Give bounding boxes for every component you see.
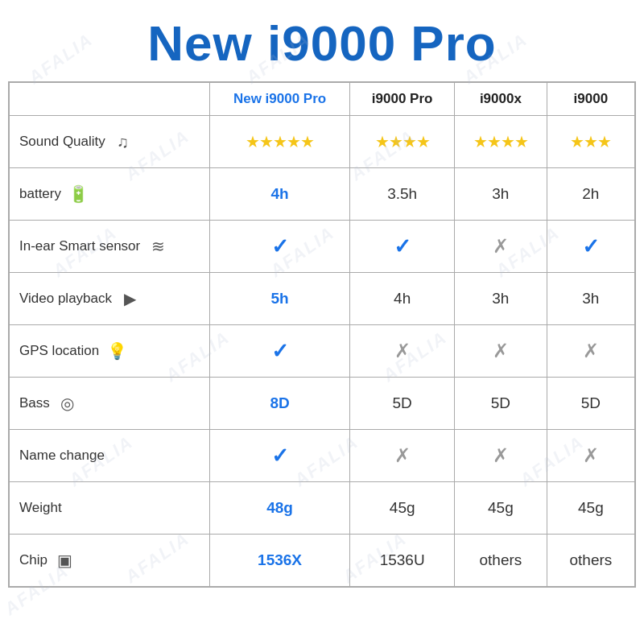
cell-8-col1: 1536X — [209, 535, 350, 588]
header-feature — [9, 82, 209, 116]
cell-7-col3: 45g — [455, 482, 547, 535]
cell-1-col3: 3h — [455, 168, 547, 221]
feature-icon: ▣ — [54, 551, 76, 570]
feature-name: Video playback — [19, 291, 112, 307]
feature-name: Name change — [19, 448, 105, 464]
cross-icon: ✗ — [493, 340, 509, 361]
cell-3-col4: 3h — [547, 273, 635, 325]
cell-1-col4: 2h — [547, 168, 635, 221]
checkmark-icon: ✓ — [271, 234, 289, 258]
table-row: Bass◎8D5D5D5D — [9, 378, 635, 430]
feature-cell-0: Sound Quality♫ — [9, 116, 209, 168]
checkmark-icon: ✓ — [271, 444, 289, 468]
cell-5-col4: 5D — [547, 378, 635, 430]
cell-5-col2: 5D — [350, 378, 455, 430]
header-col2: i9000 Pro — [350, 82, 455, 116]
cell-2-col1: ✓ — [209, 221, 350, 273]
cell-8-col3: others — [455, 535, 547, 588]
cross-icon: ✗ — [493, 235, 509, 257]
feature-cell-3: Video playback▶ — [9, 273, 209, 325]
cell-3-col2: 4h — [350, 273, 455, 325]
table-row: GPS location💡✓✗✗✗ — [9, 325, 635, 378]
table-row: Weight48g45g45g45g — [9, 482, 635, 535]
cell-7-col2: 45g — [350, 482, 455, 535]
cell-4-col4: ✗ — [547, 325, 635, 378]
cell-1-col1: 4h — [209, 168, 350, 221]
cell-3-col3: 3h — [455, 273, 547, 325]
checkmark-icon: ✓ — [582, 234, 600, 258]
table-header: New i9000 Pro i9000 Pro i9000x i9000 — [9, 82, 635, 116]
feature-cell-1: battery🔋 — [9, 168, 209, 221]
cross-icon: ✗ — [394, 444, 411, 466]
feature-cell-6: Name change — [9, 430, 209, 482]
table-row: Name change✓✗✗✗ — [9, 430, 635, 482]
cell-2-col4: ✓ — [547, 221, 635, 273]
feature-icon: ≋ — [147, 237, 169, 256]
cell-7-col1: 48g — [209, 482, 350, 535]
feature-name: Sound Quality — [19, 134, 105, 150]
cell-2-col3: ✗ — [455, 221, 547, 273]
feature-cell-4: GPS location💡 — [9, 325, 209, 378]
cell-6-col4: ✗ — [547, 430, 635, 482]
feature-cell-8: Chip▣ — [9, 535, 209, 588]
comparison-table: New i9000 Pro i9000 Pro i9000x i9000 Sou… — [8, 81, 636, 588]
cell-0-col4: ★★★ — [547, 116, 635, 168]
feature-icon: ♫ — [112, 133, 134, 151]
cell-8-col4: others — [547, 535, 635, 588]
feature-icon: 🔋 — [68, 184, 90, 204]
feature-icon: 💡 — [105, 341, 128, 361]
feature-cell-5: Bass◎ — [9, 378, 209, 430]
header-col3: i9000x — [455, 82, 547, 116]
table-row: Video playback▶5h4h3h3h — [9, 273, 635, 325]
cell-3-col1: 5h — [209, 273, 350, 325]
feature-cell-2: In-ear Smart sensor≋ — [9, 221, 209, 273]
cell-6-col3: ✗ — [455, 430, 547, 482]
feature-name: Weight — [19, 500, 62, 516]
cell-4-col2: ✗ — [350, 325, 455, 378]
cross-icon: ✗ — [583, 444, 599, 466]
table-row: Sound Quality♫★★★★★★★★★★★★★★★★ — [9, 116, 635, 168]
page-title: New i9000 Pro — [0, 0, 644, 81]
cross-icon: ✗ — [583, 340, 599, 361]
cell-6-col1: ✓ — [209, 430, 350, 482]
table-row: In-ear Smart sensor≋✓✓✗✓ — [9, 221, 635, 273]
feature-name: In-ear Smart sensor — [19, 238, 140, 254]
checkmark-icon: ✓ — [394, 234, 411, 258]
feature-cell-7: Weight — [9, 482, 209, 535]
table-row: Chip▣1536X1536Uothersothers — [9, 535, 635, 588]
cross-icon: ✗ — [493, 444, 509, 466]
cell-4-col3: ✗ — [455, 325, 547, 378]
cell-4-col1: ✓ — [209, 325, 350, 378]
feature-icon: ▶ — [118, 289, 141, 308]
cell-8-col2: 1536U — [350, 535, 455, 588]
feature-name: GPS location — [19, 343, 99, 359]
checkmark-icon: ✓ — [271, 339, 289, 363]
cell-1-col2: 3.5h — [350, 168, 455, 221]
header-col1: New i9000 Pro — [209, 82, 350, 116]
cell-5-col1: 8D — [209, 378, 350, 430]
feature-name: Chip — [19, 552, 47, 568]
table-row: battery🔋4h3.5h3h2h — [9, 168, 635, 221]
feature-name: battery — [19, 186, 61, 202]
header-col4: i9000 — [547, 82, 635, 116]
cell-0-col1: ★★★★★ — [209, 116, 350, 168]
feature-name: Bass — [19, 395, 50, 411]
cell-0-col2: ★★★★ — [350, 116, 455, 168]
cell-2-col2: ✓ — [350, 221, 455, 273]
feature-icon: ◎ — [56, 394, 79, 413]
cross-icon: ✗ — [394, 340, 411, 361]
cell-7-col4: 45g — [547, 482, 635, 535]
cell-6-col2: ✗ — [350, 430, 455, 482]
cell-5-col3: 5D — [455, 378, 547, 430]
cell-0-col3: ★★★★ — [455, 116, 547, 168]
